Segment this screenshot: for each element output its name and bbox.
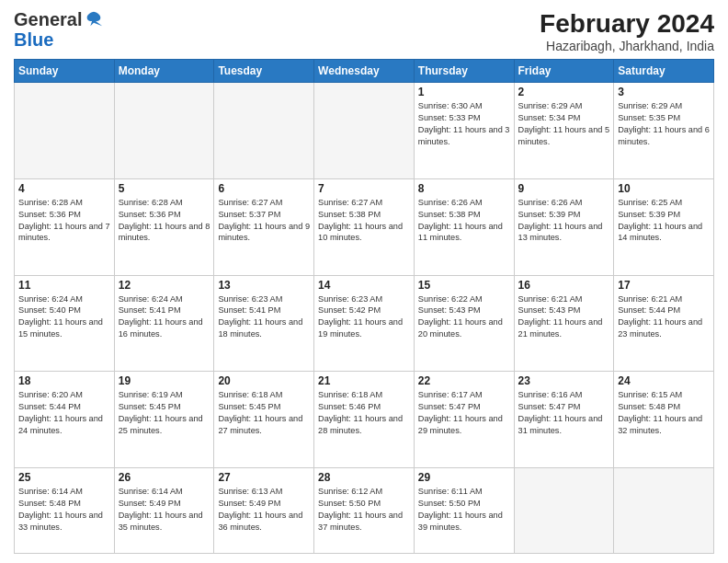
day-number: 4 <box>18 182 110 195</box>
calendar-cell: 26Sunrise: 6:14 AMSunset: 5:49 PMDayligh… <box>114 468 214 554</box>
cell-sun-info: Sunrise: 6:18 AMSunset: 5:46 PMDaylight:… <box>318 389 410 437</box>
day-number: 13 <box>218 279 310 292</box>
cell-sun-info: Sunrise: 6:18 AMSunset: 5:45 PMDaylight:… <box>218 389 310 437</box>
cell-sun-info: Sunrise: 6:24 AMSunset: 5:40 PMDaylight:… <box>18 293 110 341</box>
calendar-cell: 14Sunrise: 6:23 AMSunset: 5:42 PMDayligh… <box>314 275 415 372</box>
logo-general-text: General <box>14 9 82 29</box>
calendar-week-row: 25Sunrise: 6:14 AMSunset: 5:48 PMDayligh… <box>15 468 714 554</box>
calendar-cell <box>114 83 214 179</box>
day-number: 26 <box>119 471 210 484</box>
day-number: 19 <box>119 374 210 387</box>
day-number: 5 <box>119 182 210 195</box>
cell-sun-info: Sunrise: 6:13 AMSunset: 5:49 PMDaylight:… <box>218 486 310 534</box>
logo-bird-icon <box>84 9 104 29</box>
day-number: 24 <box>618 374 710 387</box>
calendar-cell <box>214 83 314 179</box>
calendar-day-header: Saturday <box>614 60 714 83</box>
day-number: 3 <box>618 86 710 98</box>
location: Hazaribagh, Jharkhand, India <box>540 39 714 53</box>
day-number: 20 <box>218 374 310 387</box>
cell-sun-info: Sunrise: 6:27 AMSunset: 5:38 PMDaylight:… <box>318 197 410 245</box>
day-number: 21 <box>318 374 410 387</box>
cell-sun-info: Sunrise: 6:15 AMSunset: 5:48 PMDaylight:… <box>618 389 710 437</box>
calendar-week-row: 18Sunrise: 6:20 AMSunset: 5:44 PMDayligh… <box>15 372 714 468</box>
calendar-cell <box>15 83 115 179</box>
calendar-cell: 8Sunrise: 6:26 AMSunset: 5:38 PMDaylight… <box>414 178 514 275</box>
cell-sun-info: Sunrise: 6:16 AMSunset: 5:47 PMDaylight:… <box>518 389 610 437</box>
calendar-cell: 18Sunrise: 6:20 AMSunset: 5:44 PMDayligh… <box>15 372 115 468</box>
calendar-cell: 2Sunrise: 6:29 AMSunset: 5:34 PMDaylight… <box>514 83 614 179</box>
cell-sun-info: Sunrise: 6:30 AMSunset: 5:33 PMDaylight:… <box>418 100 510 148</box>
day-number: 2 <box>518 86 610 98</box>
cell-sun-info: Sunrise: 6:17 AMSunset: 5:47 PMDaylight:… <box>418 389 510 437</box>
cell-sun-info: Sunrise: 6:25 AMSunset: 5:39 PMDaylight:… <box>618 197 710 245</box>
day-number: 1 <box>418 86 510 98</box>
calendar-week-row: 11Sunrise: 6:24 AMSunset: 5:40 PMDayligh… <box>15 275 714 372</box>
calendar-cell: 1Sunrise: 6:30 AMSunset: 5:33 PMDaylight… <box>414 83 514 179</box>
cell-sun-info: Sunrise: 6:23 AMSunset: 5:41 PMDaylight:… <box>218 293 310 341</box>
calendar-day-header: Wednesday <box>314 60 415 83</box>
cell-sun-info: Sunrise: 6:23 AMSunset: 5:42 PMDaylight:… <box>318 293 410 341</box>
calendar-week-row: 4Sunrise: 6:28 AMSunset: 5:36 PMDaylight… <box>15 178 714 275</box>
calendar-cell: 29Sunrise: 6:11 AMSunset: 5:50 PMDayligh… <box>414 468 514 554</box>
cell-sun-info: Sunrise: 6:12 AMSunset: 5:50 PMDaylight:… <box>318 486 410 534</box>
calendar-cell: 20Sunrise: 6:18 AMSunset: 5:45 PMDayligh… <box>214 372 314 468</box>
cell-sun-info: Sunrise: 6:28 AMSunset: 5:36 PMDaylight:… <box>119 197 210 245</box>
day-number: 25 <box>18 471 110 484</box>
title-block: February 2024 Hazaribagh, Jharkhand, Ind… <box>540 9 714 53</box>
day-number: 8 <box>418 182 510 195</box>
cell-sun-info: Sunrise: 6:22 AMSunset: 5:43 PMDaylight:… <box>418 293 510 341</box>
cell-sun-info: Sunrise: 6:19 AMSunset: 5:45 PMDaylight:… <box>119 389 210 437</box>
day-number: 23 <box>518 374 610 387</box>
calendar-cell: 11Sunrise: 6:24 AMSunset: 5:40 PMDayligh… <box>15 275 115 372</box>
calendar-cell: 24Sunrise: 6:15 AMSunset: 5:48 PMDayligh… <box>614 372 714 468</box>
day-number: 28 <box>318 471 410 484</box>
calendar-cell: 3Sunrise: 6:29 AMSunset: 5:35 PMDaylight… <box>614 83 714 179</box>
cell-sun-info: Sunrise: 6:11 AMSunset: 5:50 PMDaylight:… <box>418 486 510 534</box>
calendar-cell: 25Sunrise: 6:14 AMSunset: 5:48 PMDayligh… <box>15 468 115 554</box>
calendar-cell: 19Sunrise: 6:19 AMSunset: 5:45 PMDayligh… <box>114 372 214 468</box>
calendar-cell: 17Sunrise: 6:21 AMSunset: 5:44 PMDayligh… <box>614 275 714 372</box>
calendar-cell <box>614 468 714 554</box>
day-number: 16 <box>518 279 610 292</box>
cell-sun-info: Sunrise: 6:29 AMSunset: 5:35 PMDaylight:… <box>618 100 710 148</box>
day-number: 17 <box>618 279 710 292</box>
cell-sun-info: Sunrise: 6:24 AMSunset: 5:41 PMDaylight:… <box>119 293 210 341</box>
cell-sun-info: Sunrise: 6:29 AMSunset: 5:34 PMDaylight:… <box>518 100 610 148</box>
day-number: 18 <box>18 374 110 387</box>
calendar-cell: 7Sunrise: 6:27 AMSunset: 5:38 PMDaylight… <box>314 178 415 275</box>
day-number: 6 <box>218 182 310 195</box>
day-number: 10 <box>618 182 710 195</box>
cell-sun-info: Sunrise: 6:27 AMSunset: 5:37 PMDaylight:… <box>218 197 310 245</box>
cell-sun-info: Sunrise: 6:20 AMSunset: 5:44 PMDaylight:… <box>18 389 110 437</box>
calendar-cell <box>314 83 415 179</box>
day-number: 9 <box>518 182 610 195</box>
calendar-cell: 15Sunrise: 6:22 AMSunset: 5:43 PMDayligh… <box>414 275 514 372</box>
calendar-day-header: Sunday <box>15 60 115 83</box>
calendar-header-row: SundayMondayTuesdayWednesdayThursdayFrid… <box>15 60 714 83</box>
calendar-cell: 27Sunrise: 6:13 AMSunset: 5:49 PMDayligh… <box>214 468 314 554</box>
calendar-day-header: Monday <box>114 60 214 83</box>
calendar-day-header: Thursday <box>414 60 514 83</box>
day-number: 22 <box>418 374 510 387</box>
page: General Blue February 2024 Hazaribagh, J… <box>0 0 728 563</box>
calendar-cell: 28Sunrise: 6:12 AMSunset: 5:50 PMDayligh… <box>314 468 415 554</box>
calendar-cell: 10Sunrise: 6:25 AMSunset: 5:39 PMDayligh… <box>614 178 714 275</box>
month-year: February 2024 <box>540 9 714 39</box>
cell-sun-info: Sunrise: 6:21 AMSunset: 5:44 PMDaylight:… <box>618 293 710 341</box>
day-number: 15 <box>418 279 510 292</box>
calendar-cell: 21Sunrise: 6:18 AMSunset: 5:46 PMDayligh… <box>314 372 415 468</box>
calendar-cell: 6Sunrise: 6:27 AMSunset: 5:37 PMDaylight… <box>214 178 314 275</box>
day-number: 27 <box>218 471 310 484</box>
day-number: 11 <box>18 279 110 292</box>
calendar-day-header: Tuesday <box>214 60 314 83</box>
calendar-cell: 13Sunrise: 6:23 AMSunset: 5:41 PMDayligh… <box>214 275 314 372</box>
day-number: 29 <box>418 471 510 484</box>
day-number: 14 <box>318 279 410 292</box>
cell-sun-info: Sunrise: 6:28 AMSunset: 5:36 PMDaylight:… <box>18 197 110 245</box>
day-number: 7 <box>318 182 410 195</box>
day-number: 12 <box>119 279 210 292</box>
cell-sun-info: Sunrise: 6:14 AMSunset: 5:48 PMDaylight:… <box>18 486 110 534</box>
logo: General Blue <box>14 9 104 50</box>
calendar-table: SundayMondayTuesdayWednesdayThursdayFrid… <box>14 59 714 554</box>
